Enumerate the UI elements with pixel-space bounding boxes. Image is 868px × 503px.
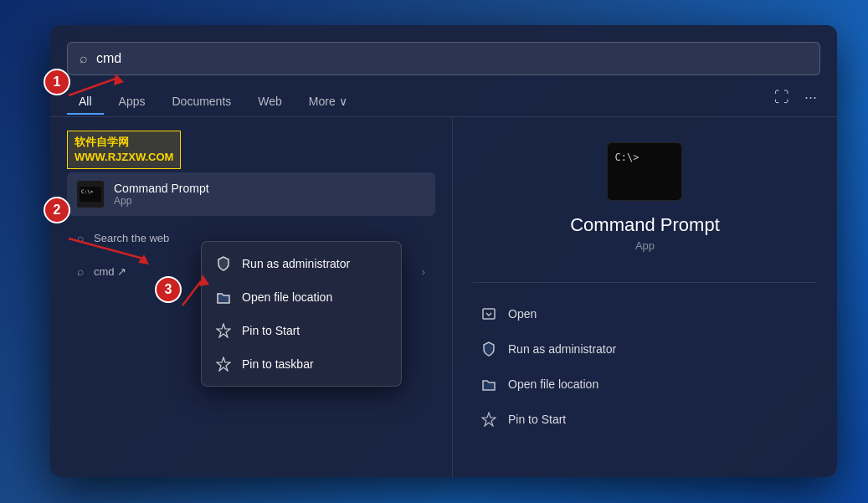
more-icon[interactable]: ··· (801, 85, 820, 110)
folder-icon (215, 289, 232, 305)
cmd-search-icon: ⌕ (77, 264, 84, 278)
app-icon-large (607, 142, 682, 201)
tab-bar: All Apps Documents Web More ∨ ⛶ ··· (50, 75, 837, 117)
tab-web[interactable]: Web (246, 88, 294, 115)
open-icon (480, 305, 498, 323)
search-web-icon: ⌕ (77, 231, 84, 244)
tab-more[interactable]: More ∨ (297, 88, 359, 115)
action-run-admin-label: Run as administrator (508, 342, 616, 356)
action-pin-start-label: Pin to Start (508, 413, 566, 426)
tab-all[interactable]: All (67, 88, 104, 115)
ctx-run-as-admin[interactable]: Run as administrator (202, 247, 401, 280)
app-subtitle: App (635, 239, 655, 252)
result-command-prompt[interactable]: Command Prompt App (67, 172, 435, 216)
ctx-pin-start[interactable]: Pin to Start (202, 314, 401, 347)
left-panel: 软件自学网 WWW.RJZXW.COM Command Prompt App ⌕… (50, 117, 452, 477)
pin-taskbar-icon (215, 356, 232, 372)
action-open-label: Open (508, 307, 537, 321)
action-pin-start[interactable]: Pin to Start (473, 402, 817, 437)
action-open-location[interactable]: Open file location (473, 367, 817, 402)
step-badge-3: 3 (155, 276, 182, 303)
search-bar[interactable]: ⌕ (67, 42, 820, 75)
tab-apps[interactable]: Apps (107, 88, 157, 115)
svg-marker-1 (217, 357, 230, 371)
action-run-admin[interactable]: Run as administrator (473, 331, 817, 367)
share-icon[interactable]: ⛶ (771, 85, 793, 110)
svg-marker-0 (217, 324, 230, 337)
cmd-search-text: cmd ↗ (94, 265, 126, 278)
open-location-icon (480, 375, 498, 393)
step-badge-2: 2 (44, 197, 70, 223)
pin-start-icon (215, 322, 232, 339)
app-title: Command Prompt (570, 214, 720, 236)
run-admin-icon (480, 340, 498, 358)
right-panel: Command Prompt App Open (452, 117, 837, 477)
tab-documents[interactable]: Documents (160, 88, 243, 115)
action-open[interactable]: Open (473, 296, 817, 331)
ctx-open-location-label: Open file location (242, 290, 332, 304)
shield-icon (215, 255, 232, 272)
ctx-pin-taskbar-label: Pin to taskbar (242, 357, 314, 371)
search-icon: ⌕ (80, 51, 88, 66)
context-menu: Run as administrator Open file location (201, 241, 402, 387)
watermark: 软件自学网 WWW.RJZXW.COM (67, 131, 181, 169)
result-type: App (114, 195, 209, 207)
result-text: Command Prompt App (114, 182, 209, 207)
search-panel: ⌕ All Apps Documents Web More ∨ ⛶ ··· 软件… (50, 25, 837, 477)
ctx-pin-start-label: Pin to Start (242, 324, 300, 337)
svg-rect-2 (483, 309, 495, 319)
action-list: Open Run as administrator (473, 296, 817, 437)
step-badge-1: 1 (44, 69, 70, 95)
arrow-right-icon: › (422, 265, 425, 278)
result-name: Command Prompt (114, 182, 209, 195)
action-open-location-label: Open file location (508, 377, 598, 391)
ctx-open-location[interactable]: Open file location (202, 280, 401, 314)
result-app-icon (77, 181, 104, 208)
cmd-icon (80, 187, 101, 202)
ctx-run-admin-label: Run as administrator (242, 257, 350, 270)
tab-bar-right: ⛶ ··· (771, 85, 820, 116)
svg-marker-3 (482, 413, 496, 426)
search-input[interactable] (96, 51, 808, 66)
ctx-pin-taskbar[interactable]: Pin to taskbar (202, 347, 401, 381)
action-pin-icon (480, 410, 498, 429)
divider (473, 282, 817, 283)
search-web-label: Search the web (94, 232, 169, 244)
app-preview: Command Prompt App (570, 142, 720, 252)
